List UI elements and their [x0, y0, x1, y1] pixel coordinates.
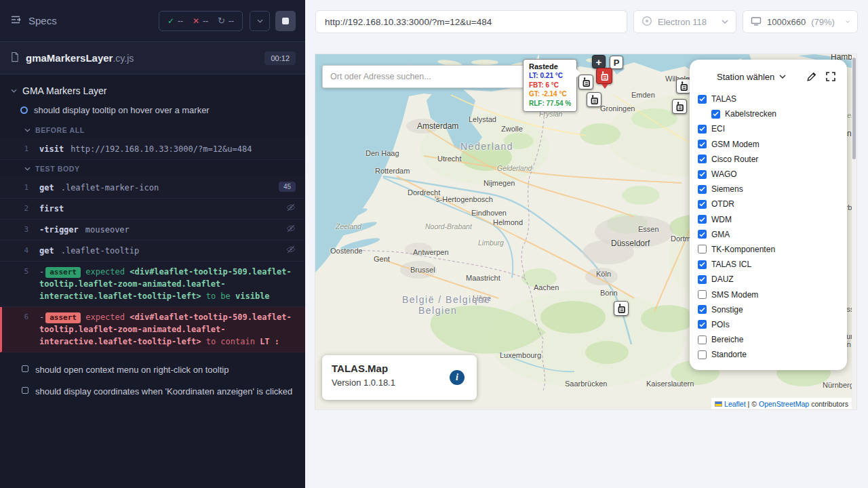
checkbox-checked[interactable]: [698, 125, 707, 134]
tooltip-measurement-row: GT: -2.14 °C: [529, 89, 571, 99]
station-layer-item[interactable]: WDM: [698, 212, 840, 227]
station-layer-label: TALAS: [711, 94, 736, 104]
station-layer-label: POIs: [711, 320, 730, 329]
cypress-reporter: Specs ✓-- ✕-- ↻-- gmaMarkersLayer.cy.js …: [0, 0, 305, 488]
checkbox-checked[interactable]: [698, 185, 707, 194]
test-title[interactable]: should display coordinates when 'Koordin…: [0, 381, 305, 403]
browser-select[interactable]: Electron 118: [633, 10, 736, 33]
checkbox-checked[interactable]: [698, 170, 707, 179]
station-layer-item[interactable]: TALAS: [698, 92, 840, 106]
command-row-visit[interactable]: 1 visithttp://192.168.10.33:3000/?m=12&u…: [0, 139, 305, 160]
station-layer-label: SMS Modem: [711, 290, 758, 300]
suite-title[interactable]: GMA Markers Layer: [0, 83, 305, 102]
command-row-assert-passed[interactable]: 5 -assert expected <div#leaflet-tooltip-…: [0, 262, 305, 307]
station-panel: Station wählen TALASKabelstreckenECIGSM …: [690, 60, 847, 370]
iframe-scrollbar[interactable]: [852, 54, 856, 409]
station-layer-item[interactable]: ECI: [698, 121, 840, 136]
checkbox-checked[interactable]: [698, 260, 707, 269]
command-message: http://192.168.10.33:3000/?m=12&u=484: [71, 144, 252, 154]
marker-tooltip-rows: LT: 0.21 °CFBT: 6 °CGT: -2.14 °CRLF: 77.…: [529, 71, 571, 108]
station-layer-item[interactable]: Bereiche: [698, 332, 840, 347]
leaflet-link[interactable]: Leaflet: [724, 400, 746, 408]
station-layer-item[interactable]: SMS Modem: [698, 287, 840, 302]
active-station-marker[interactable]: [596, 68, 612, 84]
edit-icon[interactable]: [806, 71, 817, 82]
spec-name[interactable]: gmaMarkersLayer.cy.js: [26, 52, 134, 64]
checkbox-checked[interactable]: [698, 275, 707, 284]
station-layer-item[interactable]: GSM Modem: [698, 137, 840, 152]
runnables-list: GMA Markers Layer should display tooltip…: [0, 75, 305, 402]
active-test-title[interactable]: should display tooltip on hover over a m…: [0, 102, 305, 121]
viewport-select[interactable]: 1000x660 (79%): [743, 10, 858, 33]
checkbox-unchecked[interactable]: [698, 336, 707, 344]
info-icon[interactable]: i: [450, 370, 465, 385]
assert-badge: assert: [45, 312, 81, 323]
address-bar[interactable]: http://192.168.10.33:3000/?m=12&u=484: [315, 10, 627, 33]
scrollbar-thumb[interactable]: [852, 58, 856, 159]
station-layer-item[interactable]: DAUZ: [698, 272, 840, 287]
ukraine-flag-icon: [715, 401, 722, 407]
parking-marker[interactable]: P: [610, 56, 623, 69]
before-all-section[interactable]: BEFORE ALL: [0, 121, 305, 139]
station-layer-label: GSM Modem: [711, 140, 760, 149]
checkbox-checked[interactable]: [698, 230, 707, 239]
osm-link[interactable]: OpenStreetMap: [759, 400, 809, 408]
station-marker[interactable]: [672, 99, 687, 114]
checkbox-checked[interactable]: [698, 140, 707, 148]
station-layer-item[interactable]: TALAS ICL: [698, 257, 840, 272]
cross-icon: ✕: [193, 16, 199, 26]
station-panel-header: Station wählen: [690, 60, 847, 87]
station-marker[interactable]: [614, 301, 629, 316]
test-title[interactable]: should open context menu on right-click …: [0, 359, 305, 381]
fullscreen-icon[interactable]: [825, 71, 836, 82]
station-layer-item[interactable]: WAGO: [698, 167, 840, 182]
collapse-stats-button[interactable]: [250, 11, 270, 31]
checkbox-checked[interactable]: [698, 200, 707, 209]
test-body-section[interactable]: TEST BODY: [0, 160, 305, 178]
station-layer-label: Sonstige: [711, 305, 743, 314]
station-marker[interactable]: [578, 75, 593, 89]
command-row-assert-failed[interactable]: 6 -assert expected <div#leaflet-tooltip-…: [0, 307, 305, 352]
checkbox-checked[interactable]: [698, 155, 707, 163]
checkbox-checked[interactable]: [711, 110, 720, 119]
station-marker[interactable]: [587, 92, 601, 107]
chevron-down-icon: [24, 167, 31, 171]
checkbox-unchecked[interactable]: [698, 245, 707, 253]
command-row-get[interactable]: 1 get.leaflet-marker-icon 45: [0, 178, 305, 199]
station-layer-item[interactable]: Sonstige: [698, 302, 840, 317]
command-row-get-tooltip[interactable]: 4 get.leaflet-tooltip: [0, 241, 305, 262]
specs-title[interactable]: Specs: [28, 15, 57, 26]
stop-button[interactable]: [275, 11, 296, 31]
station-layer-item[interactable]: Siemens: [698, 182, 840, 197]
checkbox-checked[interactable]: [698, 95, 707, 104]
station-layer-item[interactable]: OTDR: [698, 197, 840, 211]
specs-menu-icon[interactable]: [9, 14, 22, 28]
station-layer-label: TK-Komponenten: [711, 245, 775, 254]
station-layer-item[interactable]: Standorte: [698, 347, 840, 362]
browser-name: Electron 118: [658, 17, 707, 27]
station-layer-item[interactable]: Cisco Router: [698, 152, 840, 167]
tooltip-measurement-row: LT: 0.21 °C: [529, 71, 571, 81]
command-row-trigger[interactable]: 3 -triggermouseover: [0, 220, 305, 241]
station-select[interactable]: Station wählen: [717, 72, 774, 82]
cluster-plus-marker[interactable]: +: [592, 55, 606, 68]
url-text: http://192.168.10.33:3000/?m=12&u=484: [325, 17, 492, 27]
chevron-down-icon: [11, 89, 17, 93]
map-viewport[interactable]: HamburgBremerhavenWilhelmshavenEmdenGron…: [315, 54, 856, 409]
checkbox-checked[interactable]: [698, 320, 707, 329]
spec-header: gmaMarkersLayer.cy.js 00:12: [0, 42, 305, 75]
command-row-first[interactable]: 2 first: [0, 199, 305, 220]
station-layer-item[interactable]: POIs: [698, 317, 840, 332]
viewport-icon: [751, 16, 762, 28]
checkbox-unchecked[interactable]: [698, 290, 707, 299]
station-marker[interactable]: [676, 79, 691, 94]
stop-icon: [282, 18, 289, 24]
station-layer-item[interactable]: GMA: [698, 227, 840, 242]
station-layer-item[interactable]: TK-Komponenten: [698, 242, 840, 257]
checkbox-unchecked[interactable]: [698, 350, 707, 359]
map-search-input[interactable]: [322, 65, 530, 88]
checkbox-checked[interactable]: [698, 305, 707, 314]
station-layer-item[interactable]: Kabelstrecken: [711, 106, 840, 121]
electron-icon: [642, 16, 652, 28]
checkbox-checked[interactable]: [698, 215, 707, 224]
